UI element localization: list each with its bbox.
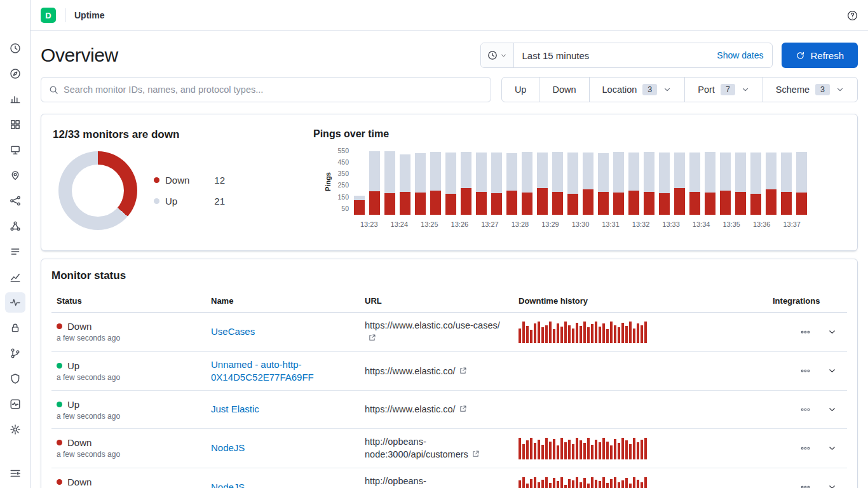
collapse-nav-button[interactable] xyxy=(10,468,21,479)
expand-row-button[interactable] xyxy=(827,327,837,337)
sidebar-item-graph[interactable] xyxy=(5,216,25,236)
status-text: Down xyxy=(67,477,92,487)
external-link-icon[interactable] xyxy=(368,334,376,342)
sidebar-item-dashboard[interactable] xyxy=(5,114,25,135)
filter-up[interactable]: Up xyxy=(502,78,539,102)
donut-row: Down12Up21 xyxy=(53,151,313,230)
column-header-downtime-history: Downtime history xyxy=(513,290,768,312)
monitor-row: Downa few seconds agoUseCaseshttps://www… xyxy=(51,313,847,352)
siem-icon xyxy=(10,373,21,384)
integrations-cell xyxy=(768,321,817,343)
expand-cell xyxy=(817,360,847,382)
integrations-menu-button[interactable] xyxy=(801,405,810,414)
topbar: D Uptime xyxy=(31,0,868,31)
status-cell: Downa few seconds ago xyxy=(51,431,206,465)
sidebar-item-logs[interactable] xyxy=(5,241,25,262)
status-text: Up xyxy=(67,399,79,410)
integrations-menu-button[interactable] xyxy=(801,366,810,376)
external-link-icon[interactable] xyxy=(459,405,467,413)
logs-icon xyxy=(10,246,21,257)
search-input[interactable] xyxy=(64,85,483,95)
refresh-button[interactable]: Refresh xyxy=(782,43,858,68)
pings-bar xyxy=(354,196,365,215)
legend-label: Up xyxy=(165,196,177,207)
status-text: Down xyxy=(67,321,92,332)
sidebar xyxy=(0,0,31,488)
pings-bar xyxy=(537,152,548,215)
filter-scheme[interactable]: Scheme3 xyxy=(763,78,857,102)
date-range-value[interactable]: Last 15 minutes xyxy=(514,50,708,61)
space-avatar[interactable]: D xyxy=(41,8,56,23)
breadcrumb[interactable]: Uptime xyxy=(74,10,104,20)
integrations-cell xyxy=(768,437,817,459)
integrations-menu-button[interactable] xyxy=(801,327,810,337)
breadcrumb-divider xyxy=(65,8,65,22)
integrations-menu-button[interactable] xyxy=(801,482,810,488)
sidebar-item-canvas[interactable] xyxy=(5,140,25,160)
expand-row-button[interactable] xyxy=(827,366,837,376)
monitor-name-link[interactable]: Unnamed - auto-http-0X14D5C52E77FA69FF xyxy=(211,358,355,384)
pings-chart-section: Pings over time Pings 50150250350450550 … xyxy=(313,114,857,250)
sidebar-item-management[interactable] xyxy=(5,419,25,440)
sidebar-item-metrics[interactable] xyxy=(5,267,25,287)
pings-chart-title: Pings over time xyxy=(313,128,857,140)
url-cell: https://www.elastic.co/ xyxy=(360,396,508,422)
sidebar-item-discover[interactable] xyxy=(5,64,25,84)
uptime-icon xyxy=(10,297,21,308)
expand-row-button[interactable] xyxy=(827,444,837,453)
metrics-icon xyxy=(10,271,21,283)
filter-location[interactable]: Location3 xyxy=(589,78,685,102)
refresh-icon xyxy=(796,51,805,60)
sidebar-item-maps[interactable] xyxy=(5,165,25,186)
expand-row-button[interactable] xyxy=(827,482,837,488)
help-button[interactable] xyxy=(847,10,858,21)
integrations-menu-button[interactable] xyxy=(801,444,810,453)
chevron-down-icon xyxy=(500,52,507,59)
x-tick-label: 13:37 xyxy=(776,220,807,228)
dashboard-icon xyxy=(10,119,21,130)
pings-bar xyxy=(781,152,792,215)
sidebar-item-security[interactable] xyxy=(5,318,25,338)
snapshot-panel: 12/33 monitors are down Down12Up21 Pings… xyxy=(41,114,858,251)
legend-item-up: Up21 xyxy=(154,196,225,207)
show-dates-button[interactable]: Show dates xyxy=(708,50,772,60)
status-text: Down xyxy=(67,437,92,448)
sidebar-item-stack-monitoring[interactable] xyxy=(5,394,25,414)
sidebar-item-apm[interactable] xyxy=(5,343,25,363)
y-tick-label: 150 xyxy=(337,193,349,201)
monitor-table-body: Downa few seconds agoUseCaseshttps://www… xyxy=(51,313,847,488)
integrations-cell xyxy=(768,476,817,488)
monitor-name-link[interactable]: NodeJS xyxy=(211,481,245,488)
sidebar-item-siem[interactable] xyxy=(5,369,25,389)
sidebar-item-machine-learning[interactable] xyxy=(5,191,25,211)
column-header-url: URL xyxy=(360,290,513,312)
date-quick-select-button[interactable] xyxy=(481,43,514,67)
stack-monitoring-icon xyxy=(10,398,21,410)
pings-bar xyxy=(476,152,487,215)
donut-legend: Down12Up21 xyxy=(154,175,225,207)
monitor-name-link[interactable]: NodeJS xyxy=(211,442,245,454)
expand-row-button[interactable] xyxy=(827,405,837,414)
filter-port[interactable]: Port7 xyxy=(684,78,763,102)
status-timestamp: a few seconds ago xyxy=(57,334,201,342)
external-link-icon[interactable] xyxy=(459,367,467,375)
sidebar-item-uptime[interactable] xyxy=(5,292,25,313)
filter-down[interactable]: Down xyxy=(539,78,588,102)
column-header-expand xyxy=(826,295,857,308)
monitor-name-link[interactable]: UseCases xyxy=(211,325,255,338)
legend-value: 21 xyxy=(214,196,225,207)
y-tick-label: 350 xyxy=(337,170,349,177)
x-tick-label: 13:27 xyxy=(475,220,505,228)
name-cell: Unnamed - auto-http-0X14D5C52E77FA69FF xyxy=(206,352,360,391)
snapshot-summary: 12/33 monitors are down Down12Up21 xyxy=(41,114,313,250)
monitor-name-link[interactable]: Just Elastic xyxy=(211,403,259,416)
pings-y-ticks: 50150250350450550 xyxy=(335,149,351,215)
discover-icon xyxy=(10,68,21,79)
sidebar-item-visualize[interactable] xyxy=(5,89,25,109)
status-timestamp: a few seconds ago xyxy=(57,450,201,459)
x-tick-label: 13:36 xyxy=(747,220,777,228)
expand-cell xyxy=(817,321,847,343)
external-link-icon[interactable] xyxy=(471,450,480,458)
legend-dot xyxy=(154,198,159,204)
sidebar-item-recently-viewed[interactable] xyxy=(5,38,25,58)
